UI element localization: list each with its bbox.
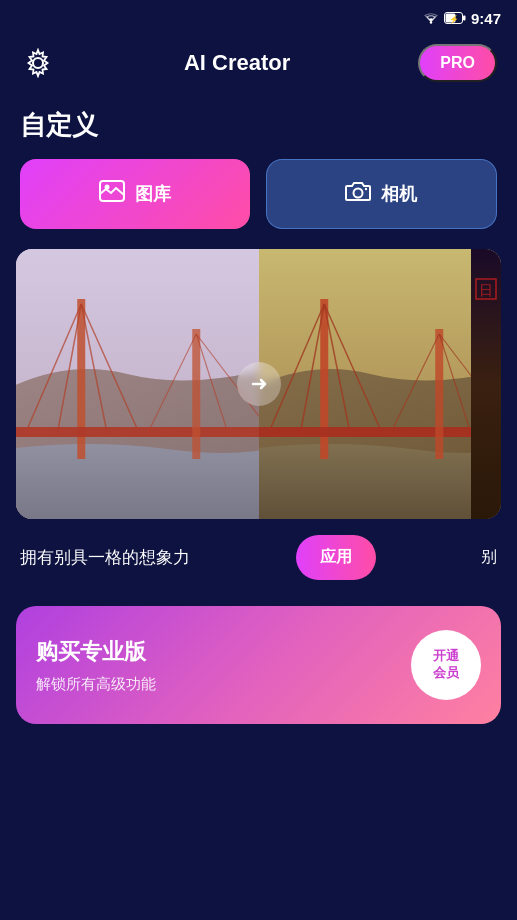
camera-label: 相机 — [381, 182, 417, 206]
gallery-icon — [99, 180, 125, 208]
svg-rect-3 — [463, 16, 466, 21]
slider-filtered-image — [259, 249, 502, 519]
svg-rect-28 — [435, 329, 443, 459]
gear-icon — [23, 48, 53, 78]
pro-card-content: 购买专业版 解锁所有高级功能 — [36, 637, 411, 694]
action-buttons: 图库 相机 — [0, 159, 517, 229]
pro-button[interactable]: PRO — [418, 44, 497, 82]
svg-point-0 — [430, 21, 432, 23]
svg-point-5 — [33, 58, 43, 68]
svg-rect-17 — [192, 329, 200, 459]
more-indicator: 别 — [481, 547, 497, 568]
app-title: AI Creator — [184, 50, 290, 76]
status-bar: ⚡ 9:47 — [0, 0, 517, 36]
camera-icon — [345, 180, 371, 208]
image-comparison-slider[interactable]: 日 — [16, 249, 501, 519]
pro-card-title: 购买专业版 — [36, 637, 411, 667]
svg-text:日: 日 — [479, 282, 493, 298]
svg-rect-16 — [16, 427, 259, 437]
tagline-text: 拥有别具一格的想象力 — [20, 546, 190, 569]
slider-arrow[interactable] — [237, 362, 281, 406]
activate-line1: 开通 — [433, 648, 459, 665]
status-time: 9:47 — [471, 10, 501, 27]
svg-point-9 — [365, 188, 367, 190]
apply-button[interactable]: 应用 — [296, 535, 376, 580]
pro-card-subtitle: 解锁所有高级功能 — [36, 675, 411, 694]
section-title: 自定义 — [0, 98, 517, 159]
settings-button[interactable] — [20, 45, 56, 81]
activate-membership-button[interactable]: 开通 会员 — [411, 630, 481, 700]
gallery-button[interactable]: 图库 — [20, 159, 250, 229]
gallery-label: 图库 — [135, 182, 171, 206]
bottom-action-row: 拥有别具一格的想象力 应用 别 — [0, 519, 517, 596]
wifi-icon — [423, 12, 439, 24]
header: AI Creator PRO — [0, 36, 517, 98]
pro-purchase-card: 购买专业版 解锁所有高级功能 开通 会员 — [16, 606, 501, 724]
activate-line2: 会员 — [433, 665, 459, 682]
status-icons: ⚡ 9:47 — [423, 10, 501, 27]
slider-peek-image: 日 — [471, 249, 501, 519]
svg-point-8 — [354, 189, 363, 198]
svg-rect-27 — [259, 427, 502, 437]
slider-original-image — [16, 249, 259, 519]
battery-icon: ⚡ — [444, 12, 466, 24]
camera-button[interactable]: 相机 — [266, 159, 498, 229]
svg-text:⚡: ⚡ — [449, 14, 459, 24]
